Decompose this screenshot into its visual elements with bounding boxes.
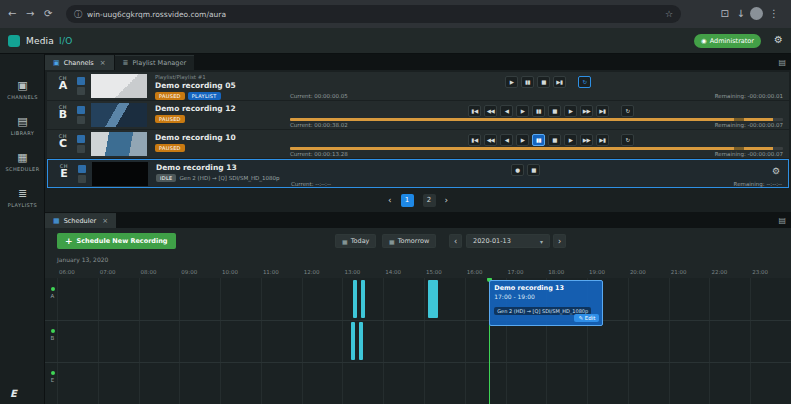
time-readout: Current: --:--:-- Remaining: --:--:-- [291, 181, 782, 187]
progress-bar[interactable] [290, 147, 783, 150]
user-menu-button[interactable]: ◉ Administrator [694, 34, 761, 48]
transport-play-button[interactable]: ▶ [516, 105, 529, 117]
channel-row-c[interactable]: CH C Demo recording 10 PAUSED ▮◀◀◀◀▶▮▮■▶… [47, 130, 789, 158]
bookmark-icon[interactable]: ☆ [665, 9, 673, 19]
program-indicator [78, 165, 86, 173]
transport-fast-forward-button[interactable]: ▶▶ [580, 105, 593, 117]
scheduled-recording-block[interactable] [353, 280, 357, 318]
next-page-icon[interactable]: › [445, 195, 449, 205]
hour-gridline [465, 278, 466, 404]
transport-frame-fwd-button[interactable]: ▶ [564, 105, 577, 117]
transport-skip-prev-button[interactable]: ▮◀ [468, 134, 481, 146]
hour-gridline [424, 278, 425, 404]
today-button[interactable]: ▦ Today [335, 234, 376, 248]
browser-menu-icon[interactable]: ⋮ [769, 8, 779, 20]
transport-play-button[interactable]: ▶ [505, 76, 518, 88]
scheduled-recording-block[interactable] [428, 280, 438, 318]
sidebar-item-playlists[interactable]: ≣ PLAYLISTS [0, 188, 45, 208]
sidebar-item-channels[interactable]: ▣ CHANNELS [0, 80, 45, 100]
tab-label: Scheduler [64, 217, 97, 225]
ch-letter: A [53, 81, 73, 91]
transport-stop-button[interactable]: ■ [548, 134, 561, 146]
tab-channels[interactable]: ▣ Channels × [45, 55, 114, 70]
transport-skip-next-button[interactable]: ▶▮ [596, 105, 609, 117]
hour-gridline [750, 278, 751, 404]
transport-play-button[interactable]: ▶ [516, 134, 529, 146]
scheduled-recording-block[interactable] [351, 322, 355, 360]
downloads-icon[interactable]: ↓ [737, 8, 745, 20]
transport-rewind-button[interactable]: ◀◀ [484, 105, 497, 117]
transport-stop-button[interactable]: ■ [548, 105, 561, 117]
forward-icon[interactable]: → [26, 8, 34, 20]
media-io-logo-icon [8, 35, 20, 47]
sidebar-item-scheduler[interactable]: ▦ SCHEDULER [0, 152, 45, 172]
remaining-time: Remaining: -00:00:00.01 [715, 93, 783, 99]
tab-playlist-manager[interactable]: ≣ Playlist Manager [115, 55, 195, 70]
close-tab-icon[interactable]: × [102, 217, 108, 225]
next-day-button[interactable]: › [553, 234, 566, 248]
sidebar-item-library[interactable]: ▤ LIBRARY [0, 116, 45, 136]
reload-icon[interactable]: ⟳ [44, 8, 52, 20]
close-tab-icon[interactable]: × [100, 59, 106, 67]
channels-tab-icon: ▣ [53, 59, 60, 67]
hour-label: 08:00 [141, 269, 157, 275]
transport-skip-next-button[interactable]: ▶▮ [553, 76, 566, 88]
previous-day-button[interactable]: ‹ [449, 234, 462, 248]
scheduled-recording-block[interactable] [359, 322, 363, 360]
channel-thumbnail [91, 103, 147, 127]
back-icon[interactable]: ← [8, 8, 16, 20]
transport-frame-fwd-button[interactable]: ▶ [564, 134, 577, 146]
transport-pause-button[interactable]: ▮▮ [532, 134, 545, 146]
date-picker[interactable]: 2020-01-13 ▾ [466, 234, 550, 248]
panel-menu-icon[interactable]: ▤ [778, 58, 786, 67]
scheduler-event-block[interactable]: Demo recording 13 17:00 - 19:00 Gen 2 (H… [489, 280, 603, 326]
app-header: Media I/O ◉ Administrator ⚙ [0, 28, 791, 54]
channel-row-e[interactable]: CH E Demo recording 13 IDLE Gen 2 (HD) →… [47, 159, 789, 188]
transport-pause-button[interactable]: ▮▮ [521, 76, 534, 88]
channel-indicators [77, 77, 85, 95]
progress-fill [290, 118, 773, 121]
channel-label: CH A [53, 75, 73, 91]
channel-info: Demo recording 13 IDLE Gen 2 (HD) → [Q] … [156, 162, 326, 182]
transport-frame-back-button[interactable]: ◀ [500, 105, 513, 117]
transport-stop-button[interactable]: ■ [537, 76, 550, 88]
transport-loop-button[interactable]: ↻ [621, 105, 634, 117]
transport-skip-next-button[interactable]: ▶▮ [596, 134, 609, 146]
channel-row-b[interactable]: CH B Demo recording 12 PAUSED ▮◀◀◀◀▶▮▮■▶… [47, 101, 789, 129]
recording-title: Demo recording 12 [155, 104, 325, 113]
progress-bar[interactable] [290, 118, 783, 121]
ch-letter: B [53, 110, 73, 120]
transport-rewind-button[interactable]: ◀◀ [484, 134, 497, 146]
page-1-button[interactable]: 1 [401, 194, 414, 207]
panel-menu-icon[interactable]: ▤ [778, 216, 786, 225]
timeline-grid[interactable]: Demo recording 13 17:00 - 19:00 Gen 2 (H… [45, 278, 791, 404]
tab-scheduler[interactable]: ▦ Scheduler × [45, 213, 116, 228]
scheduled-recording-block[interactable] [361, 280, 365, 318]
page-2-button[interactable]: 2 [423, 194, 436, 207]
transport-pause-button[interactable]: ▮▮ [532, 105, 545, 117]
transport-stop-button[interactable]: ■ [527, 164, 540, 176]
transport-skip-prev-button[interactable]: ▮◀ [468, 105, 481, 117]
extensions-icon[interactable]: ⊡ [721, 8, 729, 20]
tab-label: Playlist Manager [132, 59, 186, 67]
transport-frame-back-button[interactable]: ◀ [500, 134, 513, 146]
date-heading: January 13, 2020 [57, 256, 108, 263]
address-bar[interactable]: ⓘ win-uug6cgkrqm.rossvideo.com/aura ☆ [66, 5, 681, 23]
transport-record-button[interactable]: ● [511, 164, 524, 176]
transport-loop-button[interactable]: ↻ [621, 134, 634, 146]
schedule-new-recording-button[interactable]: + Schedule New Recording [57, 233, 176, 249]
channel-online-dot [51, 371, 55, 375]
time-readout: Current: 00:00:00.05 Remaining: -00:00:0… [290, 93, 783, 99]
channel-settings-gear-icon[interactable]: ⚙ [772, 166, 780, 176]
tomorrow-button[interactable]: ▦ Tomorrow [382, 234, 436, 248]
channel-row-a[interactable]: CH A Playlist/Playlist #1 Demo recording… [47, 72, 789, 100]
browser-profile-avatar[interactable] [750, 7, 763, 20]
site-info-icon[interactable]: ⓘ [74, 9, 82, 20]
footer-logo: E [10, 388, 17, 399]
transport-loop-button[interactable]: ↻ [578, 76, 591, 88]
transport-fast-forward-button[interactable]: ▶▶ [580, 134, 593, 146]
prev-page-icon[interactable]: ‹ [388, 195, 392, 205]
settings-gear-icon[interactable]: ⚙ [774, 34, 783, 45]
edit-event-button[interactable]: ✎ Edit [574, 314, 599, 322]
transport-controls: ▶▮▮■▶▮↻ [505, 76, 591, 88]
